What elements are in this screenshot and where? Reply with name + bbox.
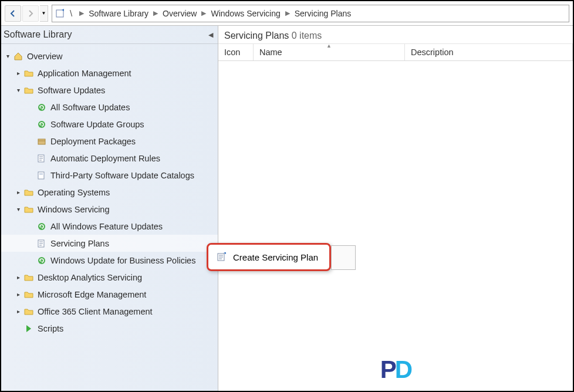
chevron-down-icon[interactable]: ▾ (14, 206, 22, 212)
rules-icon (36, 153, 47, 164)
content-header: Servicing Plans 0 items (218, 26, 573, 44)
nav-forward-button[interactable] (22, 5, 39, 22)
chevron-right-icon: ▶ (201, 9, 206, 17)
folder-icon (23, 204, 34, 215)
context-menu-wrapper: Create Servicing Plan (207, 243, 356, 271)
tree-item[interactable]: All Windows Feature Updates (1, 218, 218, 235)
context-item-create-servicing-plan[interactable]: Create Servicing Plan (211, 248, 327, 266)
tree-item[interactable]: ▸Desktop Analytics Servicing (1, 269, 218, 286)
tree-item[interactable]: ▸Office 365 Client Management (1, 303, 218, 320)
breadcrumb-item[interactable]: Servicing Plans (295, 9, 352, 18)
svg-rect-5 (38, 172, 44, 179)
chevron-right-icon[interactable]: ▸ (14, 274, 22, 281)
folder-icon (23, 289, 34, 300)
grid-header: Icon ▲ Name Description (218, 44, 573, 61)
context-menu: Create Servicing Plan (207, 243, 331, 271)
svg-rect-6 (39, 173, 43, 175)
tree-item-label: Scripts (38, 324, 63, 333)
tree-item-label: Deployment Packages (50, 137, 136, 146)
nav-history-dropdown[interactable]: ▼ (40, 5, 48, 22)
chevron-right-icon[interactable]: ▸ (14, 291, 22, 298)
tree-item[interactable]: Servicing Plans (1, 235, 218, 252)
sort-ascending-icon: ▲ (326, 43, 332, 49)
tree-item-label: Windows Servicing (38, 205, 110, 214)
arrow-right-icon (26, 9, 35, 18)
tree-item[interactable]: Scripts (1, 320, 218, 337)
breadcrumb-root: \ (70, 8, 72, 18)
chevron-right-icon[interactable]: ▸ (14, 189, 22, 195)
nav-back-button[interactable] (5, 5, 21, 22)
tree-item-label: Windows Update for Business Policies (50, 256, 195, 265)
context-item-label: Create Servicing Plan (233, 252, 318, 262)
home-icon (13, 51, 23, 62)
column-icon[interactable]: Icon (218, 44, 254, 60)
context-menu-extension[interactable] (331, 245, 356, 270)
tree-item-label: Servicing Plans (50, 239, 109, 248)
tree-item[interactable]: ▸Operating Systems (1, 184, 218, 201)
content-pane: Servicing Plans 0 items Icon ▲ Name Desc… (218, 26, 573, 391)
tree-item-label: Application Management (38, 69, 131, 78)
chevron-down-icon[interactable]: ▾ (14, 87, 22, 93)
folder-icon (23, 306, 34, 317)
folder-icon (23, 68, 34, 79)
svg-point-9 (38, 257, 45, 264)
tree-item[interactable]: ▸Application Management (1, 65, 218, 82)
chevron-right-icon[interactable]: ▸ (14, 70, 22, 76)
tree-item[interactable]: ▸Microsoft Edge Management (1, 286, 218, 303)
watermark-logo: PD (380, 356, 411, 384)
tree-item[interactable]: ▾Software Updates (1, 82, 218, 99)
tree-item[interactable]: Deployment Packages (1, 133, 218, 150)
tree-item[interactable]: ▾Windows Servicing (1, 201, 218, 218)
column-name[interactable]: ▲ Name (254, 44, 405, 60)
breadcrumb-field[interactable]: \ ▶ Software Library ▶ Overview ▶ Window… (52, 5, 569, 22)
update-green-icon (36, 102, 47, 113)
script-icon (23, 323, 34, 334)
tree-item[interactable]: ▾Overview (1, 48, 218, 65)
chevron-right-icon: ▶ (285, 9, 290, 17)
chevron-right-icon[interactable]: ▸ (14, 308, 22, 315)
chevron-down-icon[interactable]: ▾ (4, 53, 12, 59)
package-icon (36, 136, 47, 147)
tree-item[interactable]: Automatic Deployment Rules (1, 150, 218, 167)
tree-item-label: All Windows Feature Updates (50, 222, 163, 231)
tree-item[interactable]: Third-Party Software Update Catalogs (1, 167, 218, 184)
breadcrumb-root-icon (56, 9, 65, 18)
tree-item-label: Microsoft Edge Management (38, 290, 146, 299)
tree-item-label: Software Update Groups (50, 120, 144, 129)
collapse-sidebar-icon[interactable]: ◀ (208, 31, 213, 39)
breadcrumb-item[interactable]: Software Library (89, 9, 148, 18)
tree-item-label: Desktop Analytics Servicing (38, 273, 142, 282)
tree-item-label: Automatic Deployment Rules (50, 154, 160, 163)
tree-item-label: Office 365 Client Management (38, 307, 153, 316)
svg-point-7 (38, 223, 45, 230)
svg-point-1 (38, 104, 45, 111)
breadcrumb-bar: ▼ \ ▶ Software Library ▶ Overview ▶ Wind… (1, 1, 573, 26)
arrow-left-icon (9, 9, 17, 18)
sidebar-title: Software Library (4, 29, 72, 40)
sidebar-header: Software Library ◀ (1, 26, 218, 44)
catalog-icon (36, 170, 47, 181)
content-title: Servicing Plans (224, 31, 289, 40)
svg-rect-0 (56, 10, 63, 17)
tree-item-label: Overview (27, 52, 62, 61)
chevron-right-icon: ▶ (153, 9, 158, 17)
chevron-right-icon: ▶ (79, 9, 84, 17)
tree-item[interactable]: Windows Update for Business Policies (1, 252, 218, 269)
svg-rect-3 (38, 139, 45, 144)
rules-icon (36, 238, 47, 249)
svg-point-2 (38, 121, 45, 128)
column-description[interactable]: Description (405, 44, 573, 60)
tree-item-label: All Software Updates (50, 103, 130, 112)
update-green-icon (36, 221, 47, 232)
breadcrumb-item[interactable]: Overview (163, 9, 197, 18)
tree-item[interactable]: Software Update Groups (1, 116, 218, 133)
tree-item-label: Third-Party Software Update Catalogs (50, 171, 194, 180)
content-count: 0 items (292, 31, 322, 40)
tree-item[interactable]: All Software Updates (1, 99, 218, 116)
folder-icon (23, 272, 34, 283)
update-green-icon (36, 119, 47, 130)
main-area: Software Library ◀ ▾Overview▸Application… (1, 26, 573, 391)
folder-icon (23, 187, 34, 198)
breadcrumb-item[interactable]: Windows Servicing (211, 9, 280, 18)
tree-item-label: Software Updates (38, 86, 105, 95)
